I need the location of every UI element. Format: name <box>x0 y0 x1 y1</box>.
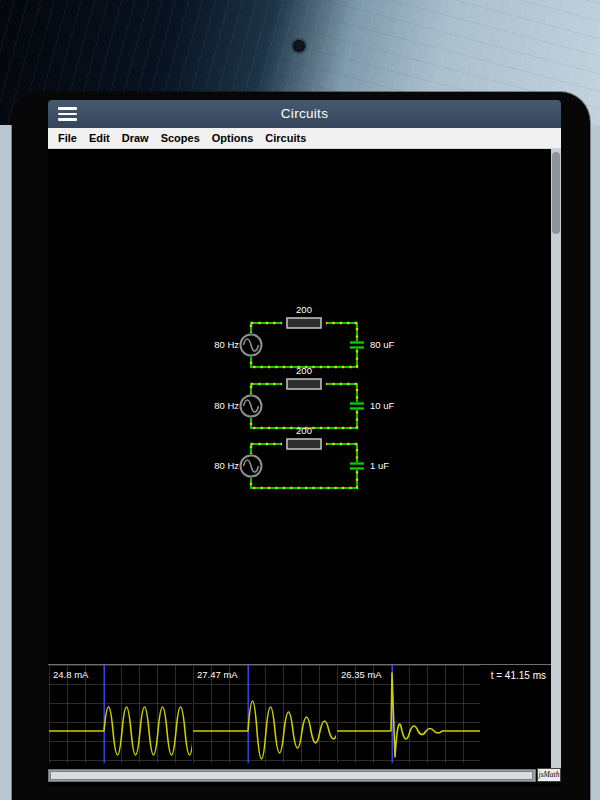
menu-item-scopes[interactable]: Scopes <box>161 132 200 144</box>
scope-panel-3[interactable]: 26.35 mA <box>337 665 480 763</box>
resistor-value: 200 <box>296 425 312 436</box>
page-title: Circuits <box>48 100 561 128</box>
source-frequency: 80 Hz <box>214 400 239 411</box>
menu-item-circuits[interactable]: Circuits <box>265 132 306 144</box>
resistor[interactable] <box>287 379 321 389</box>
scope-panel-1[interactable]: 24.8 mA <box>49 665 192 763</box>
scope-reading: 26.35 mA <box>341 669 382 680</box>
menu-item-file[interactable]: File <box>58 132 77 144</box>
horizontal-scrollbar[interactable] <box>48 769 536 782</box>
scope-panel-2[interactable]: 27.47 mA <box>193 665 336 763</box>
jsmath-button[interactable]: jsMath <box>537 768 561 782</box>
resistor[interactable] <box>287 439 321 449</box>
scope-trace <box>337 673 480 757</box>
scope-reading: 27.47 mA <box>197 669 238 680</box>
scope-trace <box>49 707 192 755</box>
horizontal-scrollbar-thumb[interactable] <box>50 771 533 780</box>
resistor-value: 200 <box>296 365 312 376</box>
app-header: Circuits <box>48 100 561 128</box>
source-frequency: 80 Hz <box>214 460 239 471</box>
menu-item-edit[interactable]: Edit <box>89 132 110 144</box>
menu-bar: File Edit Draw Scopes Options Circuits <box>48 128 561 149</box>
vertical-scrollbar[interactable] <box>551 149 561 769</box>
scene: Circuits File Edit Draw Scopes Options C… <box>0 0 600 800</box>
tablet-frame: Circuits File Edit Draw Scopes Options C… <box>12 92 590 800</box>
circuit-3[interactable]: 200 80 Hz 1 uF <box>204 424 404 508</box>
source-frequency: 80 Hz <box>214 339 239 350</box>
capacitor-value: 10 uF <box>370 400 394 411</box>
vertical-scrollbar-thumb[interactable] <box>552 152 560 234</box>
resistor[interactable] <box>287 318 321 328</box>
capacitor-value: 1 uF <box>370 460 389 471</box>
scope-trace <box>193 701 336 759</box>
menu-item-draw[interactable]: Draw <box>122 132 149 144</box>
circuit-canvas[interactable]: 200 80 Hz 80 uF 200 <box>48 149 551 786</box>
app-screen: Circuits File Edit Draw Scopes Options C… <box>48 100 561 786</box>
scope-reading: 24.8 mA <box>53 669 88 680</box>
resistor-value: 200 <box>296 304 312 315</box>
capacitor-value: 80 uF <box>370 339 394 350</box>
menu-item-options[interactable]: Options <box>212 132 254 144</box>
camera-dot <box>293 40 305 52</box>
simulation-time: t = 41.15 ms <box>476 670 546 681</box>
